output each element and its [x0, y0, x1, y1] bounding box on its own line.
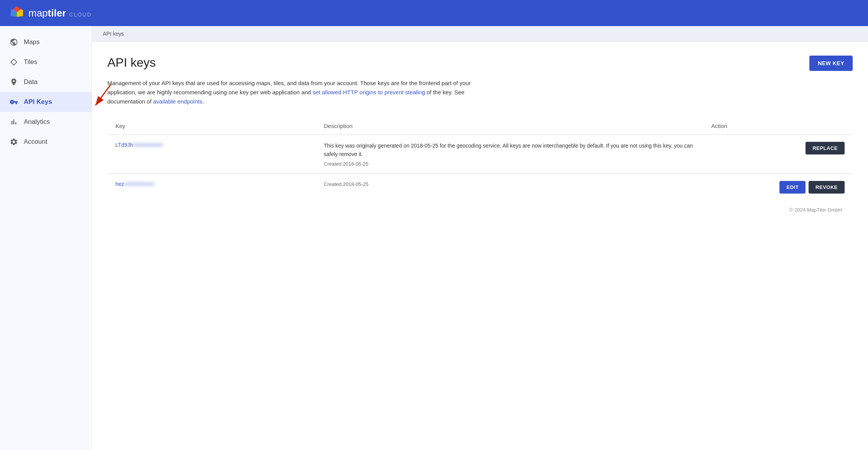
table-row: LTd9Jh•••••••••••••••• This key was orig… — [108, 135, 853, 174]
replace-button[interactable]: REPLACE — [806, 142, 845, 154]
main-layout: Maps Tiles Data — [0, 26, 868, 450]
sidebar-item-account[interactable]: Account — [0, 132, 92, 152]
logo[interactable]: maptilerCLOUD — [9, 5, 92, 21]
sidebar-item-maps[interactable]: Maps — [0, 32, 92, 52]
logo-icon — [9, 5, 25, 21]
key-cell-2: hez•••••••••••••••• — [108, 174, 316, 201]
logo-map: map — [28, 7, 48, 19]
sidebar-item-data[interactable]: Data — [0, 72, 92, 92]
sidebar-data-label: Data — [24, 78, 38, 86]
copyright: © 2024 MapTiler GmbH — [789, 207, 842, 213]
logo-text: maptilerCLOUD — [28, 7, 92, 19]
sidebar-item-api-keys[interactable]: API Keys — [0, 92, 92, 112]
col-header-description: Description — [316, 117, 704, 135]
logo-tiler: tiler — [48, 7, 66, 19]
page-title: API keys — [107, 56, 156, 70]
action-cell-2: EDIT REVOKE — [704, 174, 853, 201]
desc-created-2: Created 2018-05-25 — [324, 181, 368, 187]
table-row: hez•••••••••••••••• Created 2018-05-25 E… — [108, 174, 853, 201]
desc-text-1: This key was originaly generated on 2018… — [324, 142, 696, 158]
main-content: API keys API keys NEW KEY Management of … — [92, 26, 868, 450]
page-description: Management of your API keys that are use… — [107, 79, 483, 106]
logo-cloud: CLOUD — [69, 11, 92, 18]
content-area: API keys NEW KEY Management of your API … — [92, 42, 868, 233]
desc-cell-1: This key was originaly generated on 2018… — [316, 135, 704, 174]
sidebar-tiles-label: Tiles — [24, 58, 37, 66]
gear-icon — [9, 137, 18, 146]
sidebar-api-keys-label: API Keys — [24, 98, 52, 106]
chart-icon — [9, 117, 18, 126]
edit-button[interactable]: EDIT — [779, 181, 806, 194]
sidebar-item-tiles[interactable]: Tiles — [0, 52, 92, 72]
action-buttons-2: EDIT REVOKE — [711, 181, 845, 194]
desc-cell-2: Created 2018-05-25 — [316, 174, 704, 201]
sidebar-maps-label: Maps — [24, 38, 40, 46]
globe-icon — [9, 38, 18, 47]
pin-icon — [9, 77, 18, 87]
col-header-key: Key — [108, 117, 316, 135]
new-key-button[interactable]: NEW KEY — [809, 56, 853, 71]
desc-created-1: Created 2018-05-25 — [324, 161, 368, 167]
col-header-action: Action — [704, 117, 853, 135]
api-keys-table: Key Description Action — [107, 117, 853, 201]
action-cell-1: REPLACE — [704, 135, 853, 174]
footer: © 2024 MapTiler GmbH — [107, 201, 853, 219]
sidebar-account-label: Account — [24, 138, 47, 146]
key-value-2: hez•••••••••••••••• — [115, 181, 154, 187]
sidebar-analytics-label: Analytics — [24, 118, 50, 126]
sidebar: Maps Tiles Data — [0, 26, 92, 450]
revoke-button[interactable]: REVOKE — [809, 181, 845, 194]
set-origins-link[interactable]: set allowed HTTP origins to prevent stea… — [312, 89, 425, 95]
endpoints-link[interactable]: available endpoints — [153, 98, 202, 105]
sidebar-item-analytics[interactable]: Analytics — [0, 112, 92, 132]
page-header: API keys NEW KEY — [107, 56, 853, 71]
app-header: maptilerCLOUD — [0, 0, 868, 26]
key-icon — [9, 97, 18, 107]
breadcrumb: API keys — [92, 26, 868, 42]
diamond-icon — [9, 57, 18, 67]
key-cell-1: LTd9Jh•••••••••••••••• — [108, 135, 316, 174]
key-value-1: LTd9Jh•••••••••••••••• — [115, 142, 163, 148]
action-buttons-1: REPLACE — [711, 142, 845, 154]
